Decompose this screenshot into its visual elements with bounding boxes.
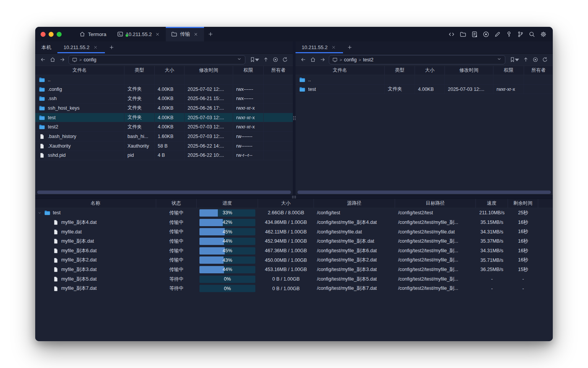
settings-button[interactable] — [538, 29, 548, 39]
new-tab-button[interactable] — [204, 27, 217, 41]
close-tab-button[interactable] — [331, 44, 337, 51]
tab-remote-host[interactable]: 10.211.55.2 — [296, 41, 343, 53]
refresh-button[interactable] — [280, 55, 290, 64]
forward-button[interactable] — [57, 55, 67, 64]
file-row[interactable]: test2 文件夹 4.00KB 2025-07-03 12:... rwxr-… — [35, 122, 293, 132]
column-header-name[interactable]: 名称 — [35, 199, 156, 208]
file-row[interactable]: sshd.pid pid 4 B 2025-06-22 10:... rw-r-… — [35, 151, 293, 161]
horizontal-splitter[interactable] — [35, 195, 553, 199]
path-breadcrumb-field[interactable]: >config — [69, 55, 245, 64]
bookmarks-button[interactable] — [508, 55, 521, 64]
scrollbar-thumb[interactable] — [297, 191, 551, 194]
zoom-window-button[interactable] — [57, 32, 62, 37]
close-window-button[interactable] — [41, 32, 46, 37]
breadcrumb-segment[interactable]: config — [343, 57, 357, 62]
file-row[interactable]: .bash_history bash_hi... 1.60KB 2025-07-… — [35, 132, 293, 141]
bookmarks-button[interactable] — [248, 55, 261, 64]
column-header-target[interactable]: 目标路径 — [395, 199, 476, 208]
column-header-perm[interactable]: 权限 — [493, 66, 524, 75]
progress-label: 44% — [222, 267, 232, 272]
transfer-row[interactable]: myfile.dat 传输中 45% 462.11MB / 1.00GB /co… — [35, 227, 553, 237]
vertical-splitter[interactable] — [293, 41, 296, 195]
column-header-size[interactable]: 大小 — [415, 66, 445, 75]
close-tab-button[interactable] — [193, 31, 199, 37]
file-row[interactable]: .. — [35, 75, 293, 85]
tab-session[interactable]: 10.211.55.2 — [112, 27, 166, 41]
transfer-row[interactable]: myfile_副本6.dat 传输中 45% 467.36MB / 1.00GB… — [35, 246, 553, 256]
search-button[interactable] — [527, 29, 537, 39]
transfer-row[interactable]: test 传输中 33% 2.66GB / 8.00GB /config/tes… — [35, 208, 553, 218]
column-header-owner[interactable]: 所有者 — [264, 66, 293, 75]
path-dropdown-button[interactable] — [497, 56, 502, 63]
column-header-perm[interactable]: 权限 — [233, 66, 264, 75]
file-name: .. — [308, 77, 311, 82]
upload-button[interactable] — [521, 55, 531, 64]
file-row[interactable]: .ssh 文件夹 4.00KB 2025-06-21 15:... rwx---… — [35, 94, 293, 104]
refresh-button[interactable] — [540, 55, 550, 64]
column-header-status[interactable]: 状态 — [156, 199, 197, 208]
transfer-row[interactable]: myfile_副本.dat 传输中 44% 452.94MB / 1.00GB … — [35, 237, 553, 246]
column-header-type[interactable]: 类型 — [385, 66, 415, 75]
column-header-source[interactable]: 源路径 — [314, 199, 395, 208]
show-hidden-button[interactable] — [271, 55, 280, 64]
show-hidden-button[interactable] — [531, 55, 540, 64]
file-mtime: 2025-06-21 15:... — [185, 94, 233, 104]
folder-button[interactable] — [458, 29, 468, 39]
back-button[interactable] — [299, 55, 308, 64]
file-row[interactable]: test 文件夹 4.00KB 2025-07-03 12:... rwxr-x… — [35, 113, 293, 123]
back-button[interactable] — [38, 55, 48, 64]
column-header-progress[interactable]: 进度 — [197, 199, 258, 208]
transfer-row[interactable]: myfile_副本7.dat 等待中 0% 0 B / 1.00GB /conf… — [35, 284, 553, 294]
new-panel-tab-button[interactable] — [105, 41, 119, 53]
minimize-window-button[interactable] — [49, 32, 54, 37]
tab-local[interactable]: 本机 — [35, 41, 57, 53]
transfer-row[interactable]: myfile_副本3.dat 传输中 44% 453.16MB / 1.00GB… — [35, 265, 553, 274]
close-tab-button[interactable] — [154, 31, 160, 37]
column-header-mtime[interactable]: 修改时间 — [445, 66, 493, 75]
sessions-button[interactable] — [469, 29, 479, 39]
titlebar-tabs: Termora 10.211.55.2 传输 — [74, 27, 217, 41]
file-row[interactable]: .Xauthority Xauthority 58 B 2025-06-22 1… — [35, 141, 293, 151]
edit-button[interactable] — [492, 29, 502, 39]
tab-transfer[interactable]: 传输 — [166, 27, 204, 41]
tab-remote-host[interactable]: 10.211.55.2 — [57, 41, 105, 53]
breadcrumb-segment[interactable]: config — [83, 57, 97, 62]
column-header-size[interactable]: 大小 — [155, 66, 185, 75]
progress-label: 33% — [222, 210, 232, 215]
home-button[interactable] — [308, 55, 318, 64]
forward-button[interactable] — [318, 55, 327, 64]
tab-termora-home[interactable]: Termora — [74, 27, 112, 41]
column-header-speed[interactable]: 速度 — [476, 199, 508, 208]
column-header-filename[interactable]: 文件名 — [296, 66, 385, 75]
scrollbar-thumb[interactable] — [37, 191, 291, 194]
transfer-row[interactable]: myfile_副本4.dat 传输中 42% 434.86MB / 1.00GB… — [35, 218, 553, 227]
column-header-eta[interactable]: 剩余时间 — [508, 199, 538, 208]
path-dropdown-button[interactable] — [237, 56, 242, 63]
transfer-row[interactable]: myfile_副本5.dat 等待中 0% 0 B / 1.00GB /conf… — [35, 274, 553, 284]
transfer-target: /config/test2/test/myfile_副... — [395, 248, 476, 254]
branch-button[interactable] — [515, 29, 525, 39]
transfer-row[interactable]: myfile_副本2.dat 传输中 43% 450.00MB / 1.00GB… — [35, 255, 553, 265]
transfer-eta: 16秒 — [508, 219, 538, 226]
path-breadcrumb-field[interactable]: >config>test2 — [329, 55, 505, 64]
file-row[interactable]: test 文件夹 4.00KB 2025-07-03 12:... rwxr-x… — [296, 85, 553, 94]
home-button[interactable] — [48, 55, 57, 64]
file-row[interactable]: .. — [296, 75, 553, 85]
code-button[interactable] — [446, 29, 456, 39]
column-header-type[interactable]: 类型 — [124, 66, 155, 75]
breadcrumb-segment[interactable]: test2 — [362, 57, 374, 62]
column-header-size[interactable]: 大小 — [258, 199, 314, 208]
transfer-name: myfile.dat — [61, 229, 82, 235]
folder-icon — [39, 87, 45, 92]
close-tab-button[interactable] — [93, 44, 99, 51]
new-panel-tab-button[interactable] — [343, 41, 357, 53]
column-header-filename[interactable]: 文件名 — [35, 66, 124, 75]
record-button[interactable] — [481, 29, 491, 39]
upload-button[interactable] — [261, 55, 271, 64]
column-header-owner[interactable]: 所有者 — [524, 66, 553, 75]
expander-chevron-icon[interactable] — [38, 211, 42, 215]
file-row[interactable]: ssh_host_keys 文件夹 4.00KB 2025-06-26 17:.… — [35, 104, 293, 113]
file-row[interactable]: .config 文件夹 4.00KB 2025-07-02 12:... rwx… — [35, 85, 293, 94]
keys-button[interactable] — [504, 29, 514, 39]
column-header-mtime[interactable]: 修改时间 — [185, 66, 233, 75]
